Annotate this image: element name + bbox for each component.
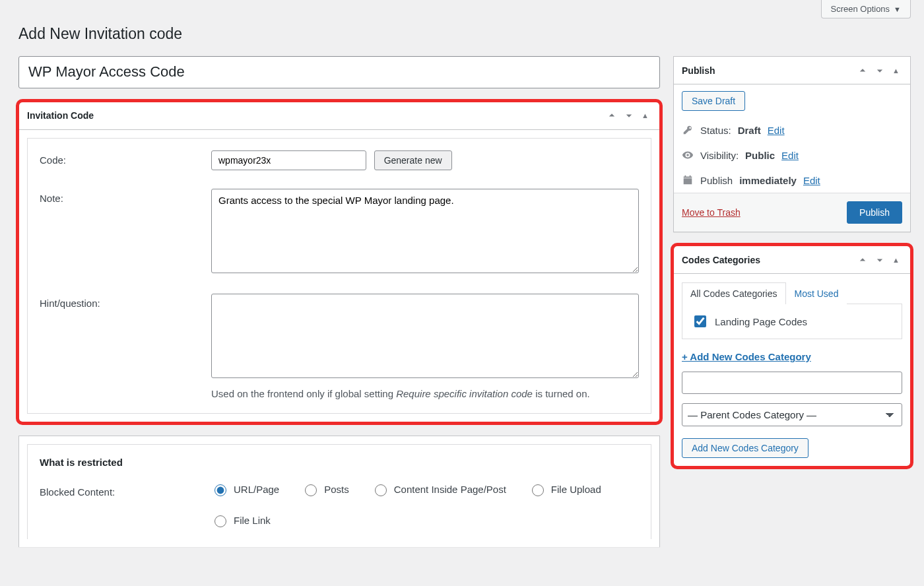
hint-help-em: Require specific invitation code <box>396 388 533 399</box>
title-input[interactable] <box>18 56 660 88</box>
category-item-label: Landing Page Codes <box>715 316 807 327</box>
screen-options-label: Screen Options <box>831 4 890 14</box>
restricted-heading: What is restricted <box>40 457 639 468</box>
publish-button[interactable]: Publish <box>847 201 902 224</box>
visibility-edit-link[interactable]: Edit <box>781 150 799 161</box>
radio-file-link[interactable]: File Link <box>211 513 271 527</box>
publish-move-down-button[interactable] <box>873 63 887 78</box>
chevron-down-icon <box>624 111 634 120</box>
hint-help-prefix: Used on the frontend only if global sett… <box>211 388 396 399</box>
generate-new-button[interactable]: Generate new <box>374 150 452 170</box>
screen-options-button[interactable]: Screen Options ▼ <box>821 0 911 18</box>
chevron-down-icon <box>875 66 884 75</box>
chevron-up-icon <box>858 66 867 75</box>
radio-file-upload[interactable]: File Upload <box>529 482 601 496</box>
publish-box: Publish ▲ Save Draft Status: Draft Edit <box>673 56 911 232</box>
publish-heading: Publish <box>682 59 715 82</box>
hint-textarea[interactable] <box>211 294 639 378</box>
add-new-category-button[interactable]: Add New Codes Category <box>682 438 808 458</box>
move-up-button[interactable] <box>605 108 619 123</box>
code-label: Code: <box>40 150 211 166</box>
category-item-landing-page[interactable]: Landing Page Codes <box>692 313 892 329</box>
invitation-code-heading: Invitation Code <box>27 104 94 127</box>
publish-header: Publish ▲ <box>674 57 910 84</box>
visibility-value: Public <box>745 150 775 161</box>
status-label: Status: <box>700 125 731 136</box>
radio-url-page-label: URL/Page <box>234 484 279 495</box>
radio-file-link-label: File Link <box>234 515 271 526</box>
save-draft-button[interactable]: Save Draft <box>682 91 745 111</box>
note-label: Note: <box>40 189 211 204</box>
hint-label: Hint/question: <box>40 294 211 309</box>
radio-url-page[interactable]: URL/Page <box>211 482 279 496</box>
radio-content-inside[interactable]: Content Inside Page/Post <box>372 482 506 496</box>
status-edit-link[interactable]: Edit <box>768 125 785 136</box>
visibility-label: Visibility: <box>700 150 739 161</box>
publish-move-up-button[interactable] <box>855 63 870 78</box>
note-textarea[interactable]: Grants access to the special WP Mayor la… <box>211 189 639 273</box>
page-title: Add New Invitation code <box>18 25 911 43</box>
hint-help-text: Used on the frontend only if global sett… <box>211 387 639 402</box>
publish-date-row: Publish immediately Edit <box>674 168 910 193</box>
category-checkbox[interactable] <box>694 315 706 327</box>
eye-icon <box>682 149 694 161</box>
tab-all-categories[interactable]: All Codes Categories <box>682 282 786 304</box>
codes-categories-box: Codes Categories ▲ All Codes Categories … <box>673 245 911 467</box>
code-input[interactable] <box>211 150 366 170</box>
codes-categories-header: Codes Categories ▲ <box>674 246 910 274</box>
invitation-code-header: Invitation Code ▲ <box>19 102 659 130</box>
radio-posts[interactable]: Posts <box>302 482 349 496</box>
key-icon <box>682 124 694 136</box>
chevron-down-icon <box>875 255 884 265</box>
restricted-box: What is restricted Blocked Content: URL/… <box>18 436 660 547</box>
status-row: Status: Draft Edit <box>674 117 910 143</box>
radio-content-inside-label: Content Inside Page/Post <box>394 484 506 495</box>
publish-date-label: Publish <box>700 175 733 186</box>
cats-move-down-button[interactable] <box>873 253 887 267</box>
new-category-input[interactable] <box>682 372 902 394</box>
codes-categories-heading: Codes Categories <box>682 248 760 272</box>
radio-posts-label: Posts <box>324 484 349 495</box>
parent-category-select[interactable]: — Parent Codes Category — <box>682 403 902 426</box>
tab-most-used[interactable]: Most Used <box>786 282 847 304</box>
radio-file-upload-label: File Upload <box>551 484 601 495</box>
chevron-up-icon <box>607 111 616 120</box>
move-down-button[interactable] <box>622 108 636 123</box>
category-list: Landing Page Codes <box>682 304 902 339</box>
calendar-icon <box>682 174 694 186</box>
publish-date-edit-link[interactable]: Edit <box>803 175 820 186</box>
publish-toggle-icon[interactable]: ▲ <box>890 67 902 75</box>
invitation-code-box: Invitation Code ▲ Code: Generate new <box>18 102 660 423</box>
chevron-down-icon: ▼ <box>894 5 901 13</box>
toggle-icon[interactable]: ▲ <box>639 112 651 119</box>
status-value: Draft <box>738 125 761 136</box>
hint-help-suffix: is turned on. <box>533 388 590 399</box>
cats-move-up-button[interactable] <box>855 253 870 267</box>
cats-toggle-icon[interactable]: ▲ <box>890 256 902 264</box>
move-to-trash-link[interactable]: Move to Trash <box>682 207 741 218</box>
chevron-up-icon <box>858 255 867 265</box>
publish-date-value: immediately <box>739 175 797 186</box>
add-new-category-link[interactable]: + Add New Codes Category <box>682 351 902 362</box>
blocked-content-label: Blocked Content: <box>40 482 211 498</box>
visibility-row: Visibility: Public Edit <box>674 143 910 168</box>
